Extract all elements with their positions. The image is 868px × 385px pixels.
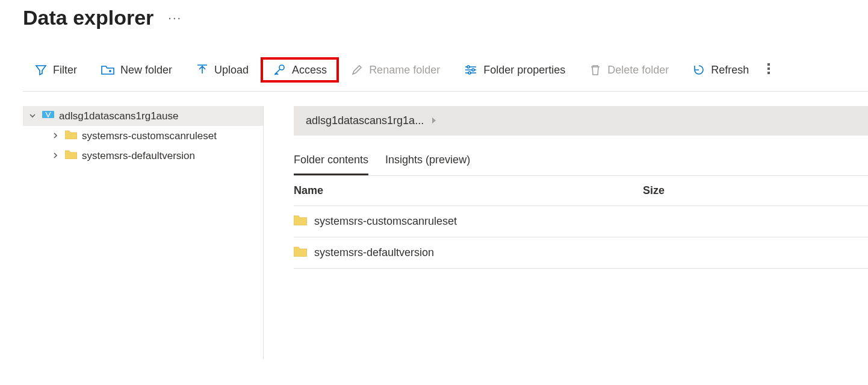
vertical-dots-icon [767,62,770,75]
tree-item-label: systemsrs-defaultversion [82,150,195,162]
tree-item-0[interactable]: systemsrs-customscanruleset [23,126,263,146]
tab-label: Insights (preview) [385,154,470,166]
row-name-cell: systemsrs-customscanruleset [294,214,643,228]
tree-pane: adlsg1datascans1rg1ause systemsrs-custom… [23,106,264,359]
svg-point-1 [467,66,470,68]
pencil-icon [351,64,363,76]
filter-icon [35,64,47,76]
table-row[interactable]: systemsrs-defaultversion [294,237,868,269]
tree-item-1[interactable]: systemsrs-defaultversion [23,146,263,166]
new-folder-icon [101,64,114,76]
refresh-label: Refresh [711,64,749,77]
access-label: Access [292,64,327,77]
svg-rect-6 [767,72,770,74]
new-folder-label: New folder [120,64,172,77]
tree-root[interactable]: adlsg1datascans1rg1ause [23,106,263,126]
breadcrumb-item[interactable]: adlsg1datascans1rg1a... [306,114,424,127]
table-header: Name Size [294,176,868,206]
delete-folder-button: Delete folder [577,58,681,83]
folder-properties-label: Folder properties [483,64,565,77]
tab-label: Folder contents [294,154,368,166]
row-name-text: systemsrs-customscanruleset [314,215,457,228]
chevron-right-icon [431,116,437,126]
folder-icon [294,246,307,260]
chevron-right-icon [52,131,60,141]
upload-button[interactable]: Upload [184,58,261,83]
svg-point-3 [468,72,471,74]
svg-rect-4 [767,63,770,66]
tab-folder-contents[interactable]: Folder contents [294,148,368,175]
upload-icon [196,64,208,76]
rename-folder-label: Rename folder [369,64,440,77]
row-name-text: systemsrs-defaultversion [314,246,434,259]
new-folder-button[interactable]: New folder [89,58,184,83]
folder-icon [65,130,77,142]
row-name-cell: systemsrs-defaultversion [294,246,643,260]
content-area: adlsg1datascans1rg1ause systemsrs-custom… [23,106,868,359]
tab-insights[interactable]: Insights (preview) [385,148,470,175]
page: Data explorer ··· Filter New folder Uplo… [0,0,868,359]
key-icon [273,63,286,77]
breadcrumb: adlsg1datascans1rg1a... [294,106,868,136]
upload-label: Upload [214,64,249,77]
settings-icon [464,64,477,76]
trash-icon [589,64,601,76]
svg-point-2 [472,69,474,71]
folder-icon [65,149,77,162]
more-actions-icon[interactable]: ··· [168,11,182,25]
chevron-down-icon [29,111,37,121]
column-size[interactable]: Size [643,184,868,197]
delete-folder-label: Delete folder [607,64,669,77]
rename-folder-button: Rename folder [339,58,452,83]
page-title: Data explorer [23,6,153,30]
refresh-button[interactable]: Refresh [681,58,761,83]
svg-point-0 [279,65,284,70]
page-header: Data explorer ··· [23,0,868,30]
tree-item-label: systemsrs-customscanruleset [82,130,217,142]
access-button[interactable]: Access [261,57,339,83]
folder-properties-button[interactable]: Folder properties [452,58,577,83]
storage-icon [42,110,54,122]
column-name[interactable]: Name [294,184,643,197]
toolbar: Filter New folder Upload Access Rename f [23,57,868,92]
filter-label: Filter [53,64,77,77]
overflow-button[interactable] [764,58,773,81]
svg-rect-5 [767,67,770,70]
tabs: Folder contents Insights (preview) [294,148,868,176]
table-row[interactable]: systemsrs-customscanruleset [294,206,868,237]
filter-button[interactable]: Filter [23,58,89,83]
refresh-icon [693,64,705,76]
main-pane: adlsg1datascans1rg1a... Folder contents … [264,106,868,359]
chevron-right-icon [52,151,60,161]
folder-icon [294,214,307,228]
tree-root-label: adlsg1datascans1rg1ause [59,110,178,122]
